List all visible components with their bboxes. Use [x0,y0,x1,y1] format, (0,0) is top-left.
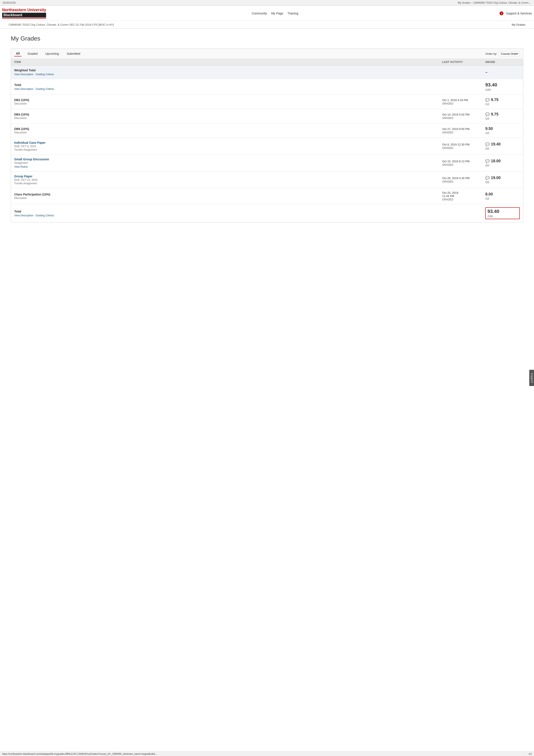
row-total-bottom: Total View Description Grading Criteria … [11,204,523,222]
grade-denom-group-paper: /20 [485,180,489,184]
view-description-weighted-total[interactable]: View Description [14,73,33,76]
item-name-class-participation: Class Participation (10%) [14,193,442,196]
grade-main-total-bottom: 93.40 [488,209,499,214]
last-activity-db6: Oct 27, 2019 9:50 PM GRADED [442,127,485,134]
view-description-total-top[interactable]: View Description [14,88,33,91]
grade-number-db6: 9.50 [485,126,493,131]
header-item: ITEM [14,61,442,64]
grade-cell-total-bottom: 93.40 /100 [485,207,520,219]
item-links-small-group: View Rubric [14,165,442,168]
grading-criteria-total-bottom[interactable]: Grading Criteria [36,214,54,217]
grading-criteria-total-top[interactable]: Grading Criteria [36,88,54,91]
grade-main-individual: 💬 19.40 [485,142,501,147]
item-sub-type-group: Turnitin Assignment [14,182,442,185]
grade-number-total-bottom: 93.40 [488,209,499,214]
grading-criteria-weighted-total[interactable]: Grading Criteria [36,73,54,76]
item-sub-due-group: DUE: OCT 22, 2019 [14,178,442,181]
browser-title: My Grades – CMN6090 70332 Org Culture, C… [458,1,531,4]
grade-number-total-top: 93.40 [485,82,497,88]
grade-cell-db6: 9.50 /10 [485,126,520,135]
item-name-total-top: Total [14,83,442,87]
item-sub-db6: Discussion [14,131,442,134]
row-individual-case-paper: Individual Case Paper DUE: OCT 6, 2019 T… [11,138,523,154]
grade-number-small-group: 18.00 [491,159,501,163]
filter-tab-submitted[interactable]: Submitted [65,51,82,56]
grade-main-db2: 💬 9.75 [485,97,498,102]
grade-denom-individual: /20 [485,147,489,150]
item-name-small-group[interactable]: Small Group Discussion [14,157,442,161]
logo-underline [2,18,46,18]
nav-mypage[interactable]: My Page [271,12,283,15]
notification-badge[interactable]: 1 [499,12,503,15]
last-activity-db2: Oct 1, 2019 4:18 PM GRADED [442,98,485,105]
logo-blackboard[interactable]: Blackboard [2,13,46,17]
order-select-wrapper[interactable]: Course Order [499,51,520,56]
grade-main-group-paper: 💬 19.00 [485,176,501,180]
activity-status-db4: GRADED [442,117,485,120]
filter-tab-upcoming[interactable]: Upcoming [44,51,61,56]
nav-training[interactable]: Training [288,12,298,15]
order-by-select[interactable]: Course Order [499,51,520,56]
filter-tab-all[interactable]: All [14,51,21,56]
logo-area: Northeastern University Blackboard [2,8,46,18]
activity-time-db6: Oct 27, 2019 9:50 PM [442,127,485,131]
item-name-group-paper[interactable]: Group Paper [14,175,442,178]
activity-status-class-participation: GRADED [442,198,485,201]
nav-right: 1 Support & Services [499,12,532,15]
header-grade: GRADE [485,61,520,64]
activity-time-class-participation: Oct 25, 2019 [442,191,485,194]
grade-dash-weighted-total: – [485,70,488,74]
item-sub-small-group: Assignment [14,161,442,164]
top-nav: Northeastern University Blackboard Commu… [0,6,534,21]
row-db4: DB4 (10%) Discussion Oct 14, 2019 5:02 P… [11,109,523,123]
last-activity-db4: Oct 14, 2019 5:02 PM GRADED [442,113,485,120]
grade-main-small-group: 💬 18.00 [485,159,501,163]
breadcrumb-bar: CMN6090 70332 Org Culture, Climate, & Co… [0,21,534,29]
grade-cell-individual: 💬 19.40 /20 [485,142,520,150]
header-last-activity: LAST ACTIVITY [442,61,485,64]
row-class-participation: Class Participation (10%) Discussion Oct… [11,188,523,204]
browser-bar: 2019/10/28 My Grades – CMN6090 70332 Org… [0,0,534,6]
item-cell-db4: DB4 (10%) Discussion [14,113,442,120]
main-content: My Grades All Graded Upcoming Submitted … [0,29,534,229]
item-cell-db2: DB2 (10%) Discussion [14,98,442,105]
view-rubric-small-group[interactable]: View Rubric [14,165,28,168]
grade-denom-db4: /10 [485,117,489,120]
row-small-group: Small Group Discussion Assignment View R… [11,154,523,172]
activity-status-group-paper: GRADED [442,180,485,183]
grade-cell-class-participation: 8.00 /10 [485,192,520,200]
breadcrumb-current: My Grades [512,23,525,26]
view-description-total-bottom[interactable]: View Description [14,214,33,217]
comment-icon-db4: 💬 [485,112,490,116]
grade-cell-small-group: 💬 18.00 /20 [485,159,520,167]
grade-number-individual: 19.40 [491,142,501,147]
item-cell-weighted-total: Weighted Total View Description Grading … [14,68,442,76]
grade-main-total-top: 93.40 [485,82,497,88]
item-cell-total-bottom: Total View Description Grading Criteria [14,210,442,217]
item-sub-due-individual: DUE: OCT 6, 2019 [14,145,442,148]
last-activity-small-group: Oct 15, 2019 8:13 PM GRADED [442,160,485,166]
grade-cell-db4: 💬 9.75 /10 [485,112,520,120]
item-name-db6: DB6 (10%) [14,127,442,131]
grade-number-class-participation: 8.00 [485,192,493,197]
nav-community[interactable]: Community [252,12,267,15]
grade-main-class-participation: 8.00 [485,192,493,197]
filter-bar: All Graded Upcoming Submitted Order by: … [11,49,523,59]
item-links-total-bottom: View Description Grading Criteria [14,214,442,217]
grade-main-db4: 💬 9.75 [485,112,498,117]
row-db2: DB2 (10%) Discussion Oct 1, 2019 4:18 PM… [11,94,523,109]
filter-tab-graded[interactable]: Graded [26,51,39,56]
grade-denom-class-participation: /10 [485,197,489,200]
logo-university[interactable]: Northeastern University [2,8,46,12]
item-sub-db4: Discussion [14,117,442,120]
grade-number-group-paper: 19.00 [491,176,501,180]
breadcrumb-course[interactable]: CMN6090 70332 Org Culture, Climate, & Co… [9,23,114,26]
activity-time-small-group: Oct 15, 2019 8:13 PM [442,160,485,163]
last-activity-class-participation: Oct 25, 2019 11:44 PM GRADED [442,191,485,201]
nav-support[interactable]: Support & Services [506,12,532,15]
activity-status-small-group: GRADED [442,163,485,166]
item-name-individual-case-paper[interactable]: Individual Case Paper [14,141,442,145]
comment-icon-small-group: 💬 [485,159,490,163]
row-db6: DB6 (10%) Discussion Oct 27, 2019 9:50 P… [11,123,523,138]
grade-number-db4: 9.75 [491,112,498,117]
